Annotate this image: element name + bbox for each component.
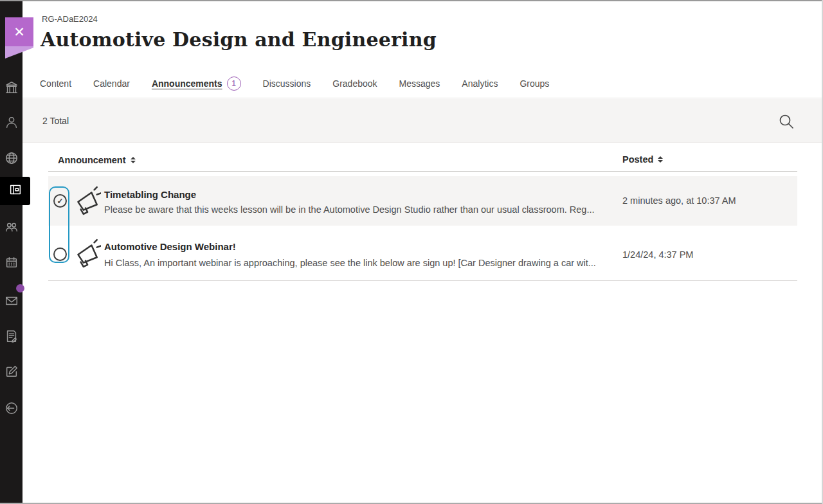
announcements-count-badge: 1 (227, 76, 241, 91)
tools-icon (5, 364, 19, 381)
tab-content[interactable]: Content (40, 78, 71, 89)
tab-gradebook[interactable]: Gradebook (332, 78, 377, 89)
search-icon (778, 121, 795, 132)
calendar-icon (5, 255, 19, 272)
profile-icon (5, 115, 19, 132)
organizations-icon (5, 220, 19, 237)
announcement-row[interactable]: Automotive Design Webinar! Hi Class, An … (48, 226, 797, 281)
nav-sign-out[interactable] (0, 395, 23, 424)
nav-tools[interactable] (0, 359, 23, 387)
megaphone-icon (71, 239, 101, 271)
sign-out-icon (5, 401, 19, 418)
nav-courses[interactable] (0, 177, 30, 205)
sort-icon (658, 156, 663, 163)
nav-grades[interactable] (0, 323, 23, 352)
check-icon: ✓ (57, 197, 63, 206)
course-code: RG-ADaE2024 (42, 14, 98, 24)
nav-institution[interactable] (0, 75, 23, 103)
page-title: Automotive Design and Engineering (41, 28, 437, 51)
tab-calendar[interactable]: Calendar (93, 78, 130, 89)
course-page: ✕ RG-ADaE2024 Automotive Design and Engi… (0, 0, 823, 504)
announcement-preview: Hi Class, An important webinar is approa… (104, 258, 596, 268)
nav-calendar[interactable] (0, 249, 23, 278)
announcement-title[interactable]: Automotive Design Webinar! (104, 241, 236, 252)
tab-messages[interactable]: Messages (399, 78, 440, 89)
row-selected-checkbox[interactable]: ✓ (53, 194, 67, 208)
column-header-posted[interactable]: Posted (622, 154, 663, 165)
base-nav-rail (0, 0, 23, 504)
table-header-divider (48, 171, 797, 172)
announcement-preview: Please be aware that this weeks lesson w… (104, 204, 594, 215)
messages-icon (5, 294, 19, 310)
courses-icon (8, 183, 23, 199)
row-unselected-checkbox[interactable] (53, 248, 67, 261)
close-icon: ✕ (14, 25, 25, 39)
search-button[interactable] (778, 113, 795, 130)
nav-organizations[interactable] (0, 214, 23, 242)
messages-notification-badge (16, 284, 24, 292)
course-tab-bar: Content Calendar Announcements 1 Discuss… (23, 69, 823, 98)
tab-groups[interactable]: Groups (520, 78, 549, 89)
announcements-toolbar: 2 Total (23, 99, 823, 143)
nav-profile[interactable] (0, 109, 23, 138)
column-header-announcement[interactable]: Announcement (58, 155, 136, 165)
total-count: 2 Total (42, 99, 69, 143)
announcement-row[interactable]: ✓ Timetabling Change Please be aware tha… (48, 176, 797, 226)
close-course-button[interactable]: ✕ (5, 17, 33, 46)
window-border-top (0, 0, 823, 1)
table-header-row: Announcement Posted (58, 154, 797, 171)
posted-timestamp: 2 minutes ago, at 10:37 AM (622, 195, 736, 206)
sort-icon (131, 157, 136, 163)
globe-icon (5, 151, 19, 168)
nav-activity[interactable] (0, 145, 23, 174)
megaphone-icon (71, 186, 101, 218)
posted-timestamp: 1/24/24, 4:37 PM (622, 249, 693, 260)
announcement-title[interactable]: Timetabling Change (104, 189, 196, 200)
tab-announcements[interactable]: Announcements 1 (152, 76, 241, 91)
grades-icon (5, 329, 19, 346)
tab-discussions[interactable]: Discussions (263, 78, 311, 89)
institution-icon (5, 80, 19, 97)
tab-analytics[interactable]: Analytics (462, 78, 498, 89)
